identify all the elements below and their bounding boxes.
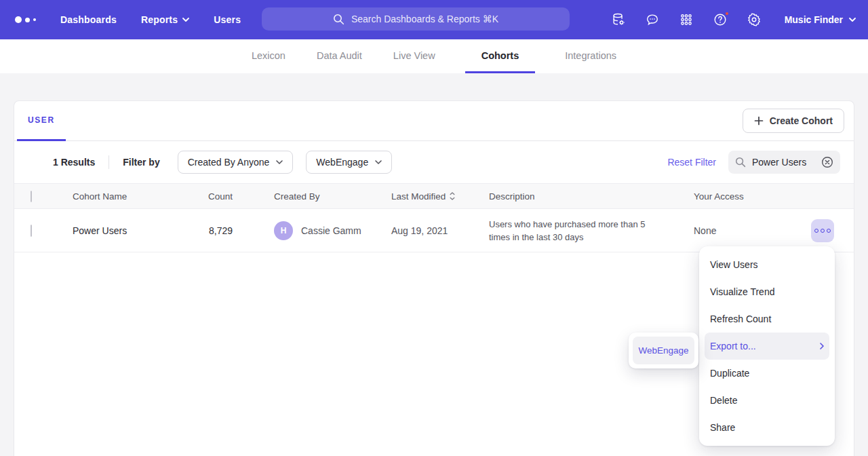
data-management-icon[interactable] — [611, 12, 626, 27]
global-search-placeholder: Search Dashboards & Reports ⌘K — [351, 14, 498, 24]
plus-icon — [754, 116, 764, 126]
secondary-nav: Lexicon Data Audit Live View Cohorts Int… — [0, 39, 868, 73]
menu-item-visualize-trend[interactable]: Visualize Trend — [699, 278, 835, 305]
divider — [108, 155, 109, 169]
created-by-cell: H Cassie Gamm — [274, 221, 391, 240]
menu-item-export-to[interactable]: Export to... — [705, 332, 829, 360]
global-search-input[interactable]: Search Dashboards & Reports ⌘K — [262, 7, 570, 31]
nav-users[interactable]: Users — [214, 14, 241, 25]
top-navigation-bar: Dashboards Reports Users Search Dashboar… — [0, 0, 868, 39]
description-cell: Users who have purchased more than 5 tim… — [489, 218, 680, 244]
menu-item-duplicate[interactable]: Duplicate — [699, 360, 835, 387]
sort-icon — [450, 192, 455, 200]
row-actions-menu: View Users Visualize Trend Refresh Count… — [699, 246, 835, 446]
help-icon[interactable] — [713, 12, 728, 27]
menu-item-delete[interactable]: Delete — [699, 387, 835, 414]
cohort-search-value: Power Users — [752, 157, 815, 168]
tab-lexicon[interactable]: Lexicon — [250, 39, 287, 73]
header-count: Count — [195, 191, 233, 202]
menu-item-export-to-label: Export to... — [710, 341, 756, 352]
header-your-access: Your Access — [680, 191, 804, 202]
submenu-item-webengage[interactable]: WebEngage — [633, 337, 694, 364]
header-description: Description — [489, 191, 680, 202]
search-icon — [735, 157, 746, 168]
project-selector[interactable]: Music Finder — [785, 14, 856, 25]
nav-reports-label: Reports — [141, 14, 178, 25]
export-submenu: WebEngage — [629, 332, 698, 368]
chevron-down-icon — [375, 160, 382, 164]
chevron-right-icon — [820, 343, 824, 349]
row-checkbox[interactable] — [31, 225, 32, 237]
created-by-name: Cassie Gamm — [301, 225, 361, 236]
tab-data-audit[interactable]: Data Audit — [315, 39, 363, 73]
notification-dot — [724, 11, 730, 16]
avatar: H — [274, 221, 293, 240]
integration-filter-dropdown[interactable]: WebEngage — [306, 151, 392, 174]
last-modified-cell: Aug 19, 2021 — [391, 225, 489, 236]
messages-icon[interactable] — [645, 12, 660, 27]
more-actions-button[interactable] — [811, 219, 834, 242]
menu-item-refresh-count[interactable]: Refresh Count — [699, 305, 835, 332]
filter-by-label: Filter by — [123, 157, 159, 168]
chevron-down-icon — [182, 18, 189, 22]
select-all-checkbox[interactable] — [31, 191, 32, 202]
tab-live-view[interactable]: Live View — [392, 39, 437, 73]
chevron-down-icon — [276, 160, 283, 164]
tab-user-cohorts[interactable]: USER — [17, 101, 66, 141]
chevron-down-icon — [849, 18, 856, 22]
apps-grid-icon[interactable] — [679, 12, 694, 27]
nav-dashboards[interactable]: Dashboards — [60, 14, 117, 25]
create-cohort-button[interactable]: Create Cohort — [743, 109, 844, 133]
clear-search-icon[interactable] — [821, 156, 833, 168]
filter-bar: 1 Results Filter by Created By Anyone We… — [14, 141, 854, 183]
nav-reports[interactable]: Reports — [141, 14, 189, 25]
header-cohort-name: Cohort Name — [73, 191, 195, 202]
header-last-modified-label: Last Modified — [391, 191, 446, 202]
created-by-filter-value: Created By Anyone — [188, 157, 270, 168]
create-cohort-label: Create Cohort — [770, 115, 833, 126]
mixpanel-logo[interactable] — [15, 16, 36, 23]
cohort-search-input[interactable]: Power Users — [728, 151, 840, 174]
menu-item-view-users[interactable]: View Users — [699, 251, 835, 278]
cohort-count-cell: 8,729 — [195, 225, 233, 236]
header-created-by: Created By — [233, 191, 391, 202]
header-last-modified[interactable]: Last Modified — [391, 191, 489, 202]
integration-filter-value: WebEngage — [316, 157, 368, 168]
search-icon — [333, 14, 344, 25]
reset-filter-link[interactable]: Reset Filter — [667, 157, 716, 168]
your-access-cell: None — [680, 225, 804, 236]
created-by-filter-dropdown[interactable]: Created By Anyone — [178, 151, 294, 174]
menu-item-share[interactable]: Share — [699, 414, 835, 441]
settings-icon[interactable] — [747, 12, 762, 27]
tab-cohorts[interactable]: Cohorts — [465, 39, 536, 73]
project-name: Music Finder — [785, 14, 843, 25]
results-count: 1 Results — [53, 157, 95, 168]
tab-integrations[interactable]: Integrations — [564, 39, 618, 73]
table-header-row: Cohort Name Count Created By Last Modifi… — [14, 183, 854, 209]
cohort-name-cell[interactable]: Power Users — [73, 225, 195, 236]
